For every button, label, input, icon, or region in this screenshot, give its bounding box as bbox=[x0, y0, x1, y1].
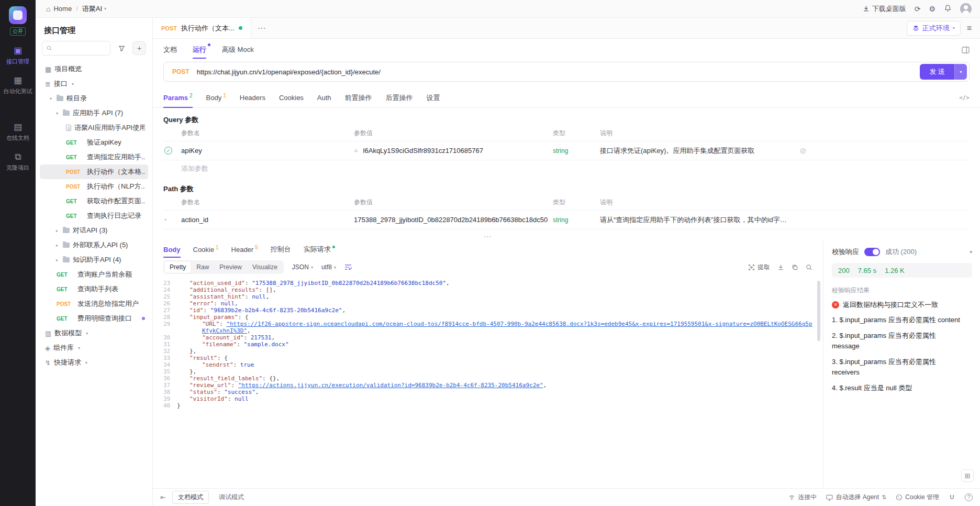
search-response-icon[interactable] bbox=[806, 264, 812, 271]
rail-item-online-docs[interactable]: ▤在线文档 bbox=[0, 123, 36, 142]
request-tab-Auth[interactable]: Auth bbox=[317, 88, 331, 107]
search-input[interactable] bbox=[55, 45, 106, 52]
chevron-down-icon[interactable]: ▾ bbox=[164, 217, 166, 222]
tree-item[interactable]: ≣接口▾ bbox=[40, 76, 148, 91]
view-mode-visualize[interactable]: Visualize bbox=[247, 261, 283, 273]
send-button[interactable]: 发 送 bbox=[920, 64, 954, 80]
request-tab-Cookies[interactable]: Cookies bbox=[279, 88, 304, 107]
mode-tab-运行[interactable]: 运行 bbox=[193, 39, 206, 61]
filter-funnel-icon[interactable] bbox=[115, 41, 128, 55]
request-tab-设置[interactable]: 设置 bbox=[427, 88, 440, 107]
method-label: POST bbox=[57, 301, 74, 307]
mode-chip-文档模式[interactable]: 文档模式 bbox=[172, 491, 209, 504]
param-name[interactable]: apiKey bbox=[181, 147, 354, 155]
tree-item[interactable]: POST执行动作（文本格... bbox=[40, 164, 148, 179]
tree-item[interactable]: ▾应用助手 API (7) bbox=[40, 106, 148, 120]
add-param-row[interactable]: 添加参数 bbox=[163, 160, 970, 177]
help-icon[interactable]: ? bbox=[965, 493, 973, 501]
collapse-chevron-icon[interactable]: ▾ bbox=[970, 249, 972, 255]
tree-item[interactable]: ◈组件库▾ bbox=[40, 340, 148, 355]
response-tab-控制台[interactable]: 控制台 bbox=[271, 241, 291, 258]
response-tab-Body[interactable]: Body bbox=[163, 241, 181, 258]
connection-status[interactable]: 连接中 bbox=[788, 493, 817, 502]
tree-item[interactable]: ▥数据模型▾ bbox=[40, 326, 148, 340]
cookie-manager[interactable]: Cookie 管理 bbox=[896, 493, 939, 502]
download-desktop-button[interactable]: 下载桌面版 bbox=[863, 4, 906, 14]
request-tab-Params[interactable]: Params2 bbox=[163, 88, 193, 107]
scrollbar-thumb[interactable] bbox=[817, 281, 820, 341]
word-wrap-icon[interactable] bbox=[344, 264, 352, 270]
collapse-sidebar-icon[interactable]: ⇤ bbox=[160, 493, 166, 501]
format-dropdown[interactable]: JSON ▾ bbox=[292, 263, 313, 271]
request-tab-Body[interactable]: Body1 bbox=[206, 88, 226, 107]
tree-item[interactable]: ▾根目录 bbox=[40, 91, 148, 106]
view-mode-preview[interactable]: Preview bbox=[214, 261, 247, 273]
json-token: }, bbox=[190, 368, 196, 375]
tree-item[interactable]: ▸外部联系人API (5) bbox=[40, 238, 148, 252]
capture-icon[interactable] bbox=[949, 494, 955, 501]
rail-item-api-manage[interactable]: ▣接口管理 bbox=[0, 46, 36, 65]
download-response-icon[interactable] bbox=[777, 264, 784, 271]
breadcrumb-home[interactable]: Home bbox=[53, 5, 72, 13]
settings-gear-icon[interactable]: ⚙ bbox=[929, 5, 936, 13]
tree-item[interactable]: GET查询账户当前余额 bbox=[40, 267, 148, 282]
menu-icon[interactable]: ≡ bbox=[967, 24, 972, 33]
rail-item-clone-project[interactable]: ⧉克隆项目 bbox=[0, 152, 36, 172]
url-input[interactable]: https://chat.jijyun.cn/v1/openapi/expose… bbox=[197, 68, 920, 76]
mode-tab-高级 Mock[interactable]: 高级 Mock bbox=[222, 39, 254, 61]
tree-item[interactable]: GET费用明细查询接口 bbox=[40, 311, 148, 326]
tree-item[interactable]: ↯快捷请求▾ bbox=[40, 355, 148, 370]
notifications-bell-icon[interactable] bbox=[944, 4, 952, 14]
extract-button[interactable]: 提取 bbox=[748, 263, 770, 272]
environment-selector[interactable]: 正式环境 ▾ bbox=[907, 21, 961, 36]
disable-param-icon[interactable]: ⊘ bbox=[800, 146, 807, 155]
add-button[interactable]: + bbox=[132, 41, 146, 55]
panel-layout-icon[interactable]: ⊞ bbox=[961, 469, 974, 482]
response-tab-实际请求[interactable]: 实际请求 bbox=[304, 241, 335, 258]
tree-item[interactable]: 语聚AI应用助手API使用说明 bbox=[40, 120, 148, 135]
tree-item[interactable]: POST发送消息给指定用户 bbox=[40, 296, 148, 311]
generate-code-icon[interactable]: </> bbox=[959, 94, 970, 101]
json-link[interactable]: "https://1f26-appstore-sign.oceancloudap… bbox=[202, 321, 812, 334]
tree-item[interactable]: ▸知识助手API (4) bbox=[40, 252, 148, 267]
tree-item[interactable]: POST执行动作（NLP方... bbox=[40, 179, 148, 194]
encoding-dropdown[interactable]: utf8 ▾ bbox=[321, 263, 336, 271]
refresh-icon[interactable]: ⟳ bbox=[915, 5, 921, 13]
layout-panel-icon[interactable] bbox=[962, 47, 970, 53]
tree-item[interactable]: GET查询执行日志记录 bbox=[40, 208, 148, 223]
param-value[interactable]: l6AkqLy1S9ciGdSlfr8931cz1710685767 bbox=[363, 147, 483, 155]
param-value[interactable]: 175388_2978_jjyibotID_0b822870d2b24189b6… bbox=[354, 216, 548, 224]
mode-tab-文档[interactable]: 文档 bbox=[163, 39, 177, 61]
tree-item[interactable]: ▸对话API (3) bbox=[40, 223, 148, 238]
validate-toggle[interactable] bbox=[864, 248, 880, 256]
response-tab-Cookie[interactable]: Cookie1 bbox=[193, 241, 219, 258]
tab-more-icon[interactable]: ⋯ bbox=[258, 23, 266, 33]
user-avatar[interactable] bbox=[960, 3, 972, 15]
view-mode-pretty[interactable]: Pretty bbox=[164, 261, 191, 273]
request-tab-前置操作[interactable]: 前置操作 bbox=[345, 88, 372, 107]
tree-item[interactable]: GET查询指定应用助手... bbox=[40, 150, 148, 164]
pane-splitter[interactable]: ⋯ bbox=[153, 233, 980, 241]
app-logo[interactable] bbox=[9, 6, 27, 24]
json-link[interactable]: "https://actions.jijyun.cn/execution/val… bbox=[238, 382, 543, 389]
param-header-row: 参数名参数值类型说明 bbox=[163, 126, 970, 141]
breadcrumb-project[interactable]: 语聚AI ▾ bbox=[82, 4, 106, 14]
param-name[interactable]: action_id bbox=[181, 216, 354, 224]
request-tab-Headers[interactable]: Headers bbox=[240, 88, 265, 107]
send-options-caret[interactable]: ▾ bbox=[954, 64, 967, 80]
open-request-tab[interactable]: POST 执行动作（文本... bbox=[153, 18, 251, 38]
rail-item-auto-test[interactable]: ▦自动化测试 bbox=[0, 76, 36, 95]
copy-icon[interactable] bbox=[792, 264, 798, 271]
agent-selector[interactable]: 自动选择 Agent ⇅ bbox=[826, 493, 886, 502]
tree-item[interactable]: GET验证apiKey bbox=[40, 135, 148, 150]
home-icon[interactable]: ⌂ bbox=[46, 5, 50, 13]
search-box[interactable] bbox=[42, 41, 110, 56]
request-tab-后置操作[interactable]: 后置操作 bbox=[386, 88, 413, 107]
enabled-check-icon[interactable]: ✓ bbox=[164, 147, 172, 155]
mode-chip-调试模式[interactable]: 调试模式 bbox=[213, 491, 250, 504]
tree-item[interactable]: GET获取动作配置页面... bbox=[40, 194, 148, 208]
view-mode-raw[interactable]: Raw bbox=[191, 261, 214, 273]
tree-item[interactable]: ▦项目概览 bbox=[40, 62, 148, 76]
response-tab-Header[interactable]: Header5 bbox=[231, 241, 258, 258]
tree-item[interactable]: GET查询助手列表 bbox=[40, 282, 148, 296]
